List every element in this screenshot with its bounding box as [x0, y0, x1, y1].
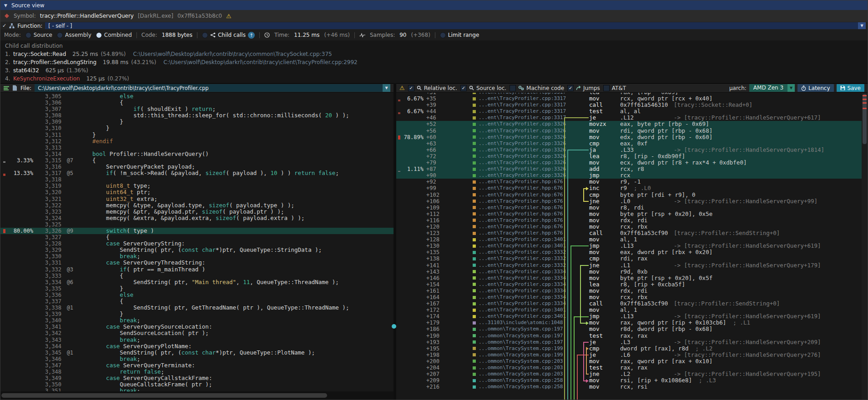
- asm-row-+60[interactable]: 78.89%+60...ent\TracyProfiler.cpp:3326mo…: [396, 134, 862, 140]
- asm-row-+79[interactable]: +79...ent\TracyProfiler.cpp:3326movecx, …: [396, 160, 862, 166]
- asm-row-+44[interactable]: 6.67%+44...ent\TracyProfiler.cpp:3317tes…: [396, 108, 862, 115]
- source-line-3317[interactable]: 13.33%3,317@5 if( !m_sock->Read( &payloa…: [0, 170, 394, 176]
- source-line-3341[interactable]: 3,341 case ServerQuerySourceLocation:: [0, 324, 394, 330]
- asm-row-+195[interactable]: +195...ommon\TracySystem.cpp:199cmpdword…: [396, 345, 862, 352]
- file-combo[interactable]: C:\Users\wolf\Desktop\darkrl\contrib\tra…: [35, 84, 390, 92]
- source-line-3331[interactable]: 3,331 case ServerQueryThreadString:: [0, 260, 394, 266]
- source-line-3329[interactable]: 3,329 SendString( ptr, (const char*)ptr,…: [0, 247, 394, 253]
- child-calls-checkbox[interactable]: Child calls ↑: [202, 32, 255, 39]
- asm-row-+179[interactable]: +179...31103\include\atomic:1048movrax, …: [396, 320, 862, 326]
- source-line-3343[interactable]: 3,343 break;: [0, 337, 394, 343]
- radio-assembly[interactable]: Assembly: [57, 32, 91, 38]
- asm-row-+128[interactable]: +128...ent\TracyProfiler.cpp:3401moval, …: [396, 236, 862, 243]
- asm-row-+204[interactable]: +204...ommon\TracySystem.cpp:203testrax,…: [396, 365, 862, 371]
- source-line-3311[interactable]: 3,311}: [0, 132, 394, 138]
- asm-row-+123[interactable]: +123...ent\TracyProfiler.hpp:676call0x7f…: [396, 230, 862, 236]
- asm-row-+87[interactable]: 1.11%+87...ent\TracyProfiler.cpp:3326add…: [396, 166, 862, 172]
- radio-source[interactable]: Source: [25, 32, 52, 38]
- asm-row-+106[interactable]: +106...ent\TracyProfiler.hpp:676jne.L0->…: [396, 198, 862, 205]
- asm-row-+161[interactable]: +161...ent\TracyProfiler.cpp:3334movrdx,…: [396, 288, 862, 294]
- asm-row-+138[interactable]: +138...ent\TracyProfiler.cpp:3332cmprdi,…: [396, 255, 862, 262]
- source-line-3336[interactable]: 3,336 else: [0, 292, 394, 298]
- child-call-entry[interactable]: 1.tracy::Socket::Read25.25 ms(54.89%)C:\…: [5, 50, 868, 58]
- source-line-3340[interactable]: 3,340 break;: [0, 317, 394, 324]
- source-line-3316[interactable]: 3,316 ServerQueryPacket payload;: [0, 164, 394, 170]
- chevron-down-icon[interactable]: ▼: [383, 84, 390, 92]
- source-line-3315[interactable]: 3.33%3,315@7{: [0, 157, 394, 164]
- source-line-3328[interactable]: 3,328 case ServerQueryString:: [0, 240, 394, 247]
- asm-row-+190[interactable]: +190...ommon\TracySystem.cpp:197testrax,…: [396, 333, 862, 339]
- asm-row-+99[interactable]: +99...ent\TracyProfiler.hpp:676incr9 ; .…: [396, 185, 862, 191]
- asm-row-+200[interactable]: +200...ommon\TracySystem.cpp:203movrax, …: [396, 358, 862, 365]
- scrollbar-thumb[interactable]: [1, 393, 327, 398]
- chevron-down-icon[interactable]: ▼: [858, 22, 866, 29]
- source-line-3313[interactable]: 3,313: [0, 145, 394, 151]
- source-line-3330[interactable]: 3,330 break;: [0, 253, 394, 260]
- source-line-3351[interactable]: 3,351 break;: [0, 388, 394, 391]
- source-line-3338[interactable]: 3,338@1 SendString( ptr, GetThreadName( …: [0, 305, 394, 311]
- limit-range-checkbox[interactable]: Limit range: [440, 32, 479, 38]
- source-line-3309[interactable]: 3,309 }: [0, 119, 394, 125]
- source-line-3325[interactable]: 3,325: [0, 221, 394, 228]
- source-line-3350[interactable]: 3,350 QueueCallstackFrame( ptr );: [0, 381, 394, 388]
- asm-row-+112[interactable]: +112...ent\TracyProfiler.hpp:676movbyte …: [396, 211, 862, 217]
- source-line-3320[interactable]: 3,320 uint64_t ptr;: [0, 189, 394, 195]
- asm-row-+216[interactable]: +216...ommon\TracySystem.cpp:258movrcx, …: [396, 384, 862, 390]
- vertical-scrollbar[interactable]: [862, 93, 868, 400]
- asm-row-+143[interactable]: +143...ent\TracyProfiler.cpp:3334movr9d,…: [396, 269, 862, 275]
- source-line-3346[interactable]: 3,346 break;: [0, 356, 394, 362]
- asm-row-+72[interactable]: +72...ent\TracyProfiler.cpp:3326lear8, […: [396, 153, 862, 160]
- asm-row-+172[interactable]: +172...ent\TracyProfiler.cpp:3401moval, …: [396, 307, 862, 313]
- source-line-3310[interactable]: 3,310 }: [0, 125, 394, 131]
- source-line-3323[interactable]: 3,323 memcpy( &ptr, &payload.ptr, sizeof…: [0, 209, 394, 215]
- child-call-entry[interactable]: 4.KeSynchronizeExecution125 μs(0.27%): [5, 75, 868, 83]
- save-button[interactable]: Save: [837, 84, 864, 92]
- source-line-3344[interactable]: 3,344 case ServerQueryPlotName:: [0, 343, 394, 350]
- asm-row-+193[interactable]: +193...ommon\TracySystem.cpp:197je.L3-> …: [396, 339, 862, 345]
- check-icon[interactable]: ✓: [2, 23, 6, 29]
- asm-row-+46[interactable]: +46...ent\TracyProfiler.cpp:3317je.L12->…: [396, 115, 862, 121]
- horizontal-scrollbar[interactable]: [0, 391, 394, 400]
- child-call-entry[interactable]: 3.stat64i32625 μs(1.36%): [5, 66, 868, 75]
- uarch-combo[interactable]: AMD Zen 3 ▼: [749, 84, 795, 92]
- splitter-grip[interactable]: [392, 324, 396, 329]
- asm-row-+120[interactable]: +120...ent\TracyProfiler.hpp:676movrcx, …: [396, 224, 862, 230]
- source-line-3306[interactable]: 3,306 {: [0, 100, 394, 106]
- asm-row-+56[interactable]: +56...ent\TracyProfiler.cpp:3326movrdi, …: [396, 128, 862, 134]
- asm-row-+90[interactable]: +90...ent\TracyProfiler.cpp:3326jmprcx: [396, 172, 862, 179]
- source-line-3337[interactable]: 3,337 {: [0, 298, 394, 305]
- asm-row-+63[interactable]: +63...ent\TracyProfiler.cpp:3326cmpeax, …: [396, 140, 862, 147]
- asm-row-+39[interactable]: +39...ent\TracyProfiler.cpp:3317call0x7f…: [396, 102, 862, 108]
- source-line-3321[interactable]: 3,321 uint32_t extra;: [0, 196, 394, 202]
- source-line-3339[interactable]: 3,339 }: [0, 311, 394, 317]
- asm-row-+130[interactable]: +130...ent\TracyProfiler.cpp:3401jmp.L13…: [396, 243, 862, 249]
- latency-button[interactable]: Latency: [797, 84, 833, 92]
- asm-row-+186[interactable]: +186...ommon\TracySystem.cpp:197movr8d, …: [396, 326, 862, 332]
- asm-row-+35[interactable]: 6.67%+35...ent\TracyProfiler.cpp:3317mov…: [396, 95, 862, 102]
- toggle-jumps[interactable]: ✓ Jumps: [567, 85, 600, 91]
- source-line-3326[interactable]: 80.00%3,326@9 switch( type ): [0, 228, 394, 234]
- asm-row-+141[interactable]: +141...ent\TracyProfiler.cpp:3332jne.L1-…: [396, 262, 862, 269]
- source-line-3312[interactable]: 3,312#endif: [0, 138, 394, 145]
- source-line-3305[interactable]: 3,305 else: [0, 93, 394, 100]
- source-line-3332[interactable]: 3,332@3 if( ptr == m_mainThread ): [0, 266, 394, 273]
- toggle-source-loc[interactable]: ✓ Source loc.: [460, 85, 506, 91]
- asm-row-+135[interactable]: +135...ent\TracyProfiler.cpp:3332moveax,…: [396, 249, 862, 255]
- source-line-3349[interactable]: 3,349 case ServerQueryCallstackFrame:: [0, 375, 394, 381]
- asm-row-+52[interactable]: +52...ent\TracyProfiler.cpp:3326movzxeax…: [396, 121, 862, 127]
- asm-row-+174[interactable]: +174...ent\TracyProfiler.cpp:3401jmp.L13…: [396, 313, 862, 320]
- child-call-entry[interactable]: 2.tracy::Profiler::SendLongString19.88 m…: [5, 58, 868, 66]
- collapse-icon[interactable]: ▼: [4, 3, 7, 8]
- source-line-3322[interactable]: 3,322 memcpy( &type, &payload.type, size…: [0, 202, 394, 209]
- source-line-3334[interactable]: 3,334@6 SendString( ptr, "Main thread", …: [0, 279, 394, 285]
- asm-row-+198[interactable]: +198...ommon\TracySystem.cpp:199je.L6-> …: [396, 352, 862, 358]
- toggle-machine-code[interactable]: Machine code: [510, 85, 564, 91]
- function-combo[interactable]: [ - self - ] ▼: [45, 22, 866, 29]
- asm-row-+92[interactable]: +92...ent\TracyProfiler.hpp:676movr9, -1: [396, 179, 862, 185]
- source-line-3347[interactable]: 3,347 case ServerQueryTerminate:: [0, 362, 394, 369]
- source-line-3308[interactable]: 3,308 std::this_thread::sleep_for( std::…: [0, 112, 394, 119]
- radio-combined[interactable]: Combined: [96, 32, 132, 38]
- source-line-3318[interactable]: 3,318: [0, 176, 394, 183]
- asm-row-+66[interactable]: +66...ent\TracyProfiler.cpp:3326ja.L33->…: [396, 147, 862, 153]
- source-line-3319[interactable]: 3,319 uint8_t type;: [0, 183, 394, 189]
